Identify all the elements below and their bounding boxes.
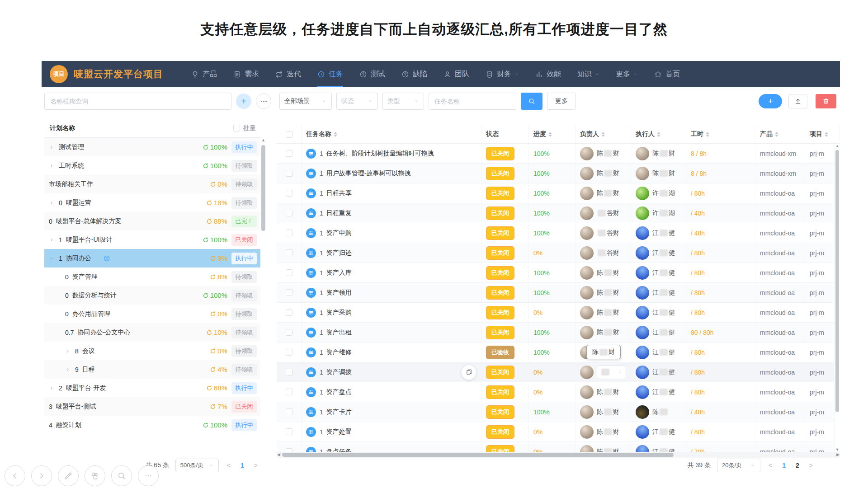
row-checkbox[interactable] [286, 170, 292, 177]
column-header[interactable]: 产品 [755, 125, 805, 143]
sort-icon[interactable] [601, 132, 605, 137]
row-checkbox[interactable] [286, 210, 292, 216]
task-row[interactable]: 1资产出租已关闭100%陈财江健80 / 80hmmcloud-oaprj-m [277, 323, 835, 343]
nav-item-12[interactable]: 首页 [654, 61, 680, 87]
plan-tree-item[interactable]: 0唛盟平台-总体解决方案88%已完工 [44, 212, 260, 230]
task-row[interactable]: 1资产盘点已关闭0%陈财江健/ 80hmmcloud-oaprj-m [277, 382, 835, 402]
batch-checkbox[interactable] [233, 125, 240, 131]
task-row[interactable]: 1资产维修已验收100%陈财陈财江健/ 80hmmcloud-oaprj-m [277, 343, 835, 362]
sort-icon[interactable] [775, 132, 778, 137]
search-button[interactable] [521, 93, 542, 110]
task-page-2[interactable]: 2 [794, 462, 801, 469]
row-checkbox[interactable] [286, 269, 292, 276]
plan-page-1[interactable]: 1 [239, 462, 246, 469]
row-checkbox[interactable] [286, 369, 292, 375]
plan-tree-item[interactable]: 0唛盟运营18%待领取 [44, 193, 260, 212]
task-name-input[interactable] [429, 93, 516, 110]
caret-left-button[interactable] [5, 465, 25, 486]
plan-tree-item[interactable]: 2唛盟平台-开发68%执行中 [44, 379, 260, 397]
task-row[interactable]: 1资产处置已关闭0%陈财江健/ 80hmmcloud-oaprj-m [277, 422, 835, 442]
sort-icon[interactable] [706, 132, 709, 137]
owner-select[interactable] [597, 366, 626, 379]
plan-more-button[interactable] [256, 94, 271, 109]
scrollbar-thumb[interactable] [835, 150, 839, 412]
scroll-right-icon[interactable]: ▶ [836, 452, 840, 457]
plan-tree-item[interactable]: 测试管理100%执行中 [44, 138, 260, 156]
scroll-up-icon[interactable]: ▲ [835, 144, 840, 148]
type-select[interactable]: 类型 [382, 93, 424, 110]
plan-next-page[interactable]: > [252, 462, 259, 469]
task-row[interactable]: 1资产归还已关闭0%谷财江健/ 80hmmcloud-oaprj-m [277, 243, 835, 263]
plan-page-size-select[interactable]: 500条/页 [175, 459, 219, 472]
nav-item-5[interactable]: 测试 [359, 61, 385, 87]
nav-item-8[interactable]: 财务 [486, 61, 519, 87]
nav-item-6[interactable]: 缺陷 [401, 61, 427, 87]
chevron-right-icon[interactable] [49, 237, 54, 243]
dots-button[interactable] [138, 465, 159, 486]
chevron-down-icon[interactable] [49, 256, 54, 261]
nav-item-1[interactable]: 产品 [191, 61, 217, 87]
task-page-size-select[interactable]: 20条/页 [717, 459, 760, 472]
chevron-right-icon[interactable] [49, 145, 54, 150]
task-prev-page[interactable]: < [767, 462, 774, 469]
sort-icon[interactable] [548, 132, 552, 137]
column-header[interactable]: 项目 [805, 125, 840, 143]
row-checkbox[interactable] [286, 408, 292, 415]
column-header[interactable]: 负责人 [576, 125, 631, 143]
row-checkbox[interactable] [286, 150, 292, 157]
owner-edit-popup[interactable]: 陈财 [586, 345, 621, 359]
task-row[interactable]: 1资产入库已关闭100%陈财江健/ 80hmmcloud-oaprj-m [277, 263, 835, 283]
nav-item-9[interactable]: 效能 [535, 61, 561, 87]
plan-tree-item[interactable]: 4融资计划100%执行中 [44, 416, 260, 434]
plan-tree-item[interactable]: 0数据分析与统计100%待领取 [44, 286, 260, 305]
row-checkbox[interactable] [286, 249, 292, 256]
scroll-down-icon[interactable]: ▼ [835, 447, 840, 452]
row-checkbox[interactable] [286, 309, 292, 316]
chevron-right-icon[interactable] [65, 348, 71, 354]
scrollbar-thumb[interactable] [282, 453, 674, 457]
column-header[interactable]: 任务名称 [302, 125, 481, 143]
copy-task-button[interactable] [461, 365, 476, 380]
task-next-page[interactable]: > [807, 462, 815, 469]
sort-icon[interactable] [825, 132, 828, 137]
circle-x-icon[interactable] [103, 255, 110, 262]
plan-tree-item[interactable]: 市场部相关工作0%待领取 [44, 175, 260, 193]
task-page-1[interactable]: 1 [780, 462, 788, 469]
more-filter-button[interactable]: 更多 [547, 93, 576, 110]
row-checkbox[interactable] [286, 289, 292, 296]
plan-tree-item[interactable]: 0办公用品管理0%待领取 [44, 305, 260, 323]
column-header[interactable]: 执行人 [631, 125, 686, 143]
nav-item-2[interactable]: 需求 [233, 61, 259, 87]
plan-tree-item[interactable]: 工时系统100%待领取 [44, 156, 260, 175]
task-row[interactable]: 1用户故事管理-故事树可以拖拽已关闭100%陈财陈财8 / 8hmmcloud-… [277, 164, 835, 183]
add-plan-button[interactable]: + [236, 94, 251, 109]
plan-tree-item[interactable]: 0.7协同办公-公文中心10%待领取 [44, 323, 260, 342]
plan-tree-item[interactable]: 1协同办公9%执行中 [44, 249, 260, 267]
plan-tree-item[interactable]: 8会议0%待领取 [44, 342, 260, 360]
row-checkbox[interactable] [286, 230, 292, 236]
task-row[interactable]: 1任务树、阶段计划树批量编辑时可拖拽已关闭100%陈财陈财8 / 8hmmclo… [277, 144, 835, 164]
task-row[interactable]: 1资产领用已关闭100%陈财江健/ 80hmmcloud-oaprj-m [277, 283, 835, 303]
upload-button[interactable] [788, 94, 807, 108]
column-header[interactable]: 状态 [481, 125, 529, 143]
nav-item-7[interactable]: 团队 [443, 61, 469, 87]
plan-tree-item[interactable]: 0资产管理8%待领取 [44, 267, 260, 286]
plan-tree-item[interactable]: 1唛盟平台-UI设计100%已关闭 [44, 230, 260, 249]
caret-right-button[interactable] [31, 465, 52, 486]
nav-item-11[interactable]: 更多 [616, 61, 638, 87]
plan-prev-page[interactable]: < [225, 462, 232, 469]
pen-button[interactable] [58, 465, 79, 486]
plan-scrollbar[interactable]: ▲ [260, 138, 266, 434]
row-checkbox[interactable] [286, 389, 292, 395]
row-checkbox[interactable] [286, 190, 292, 197]
task-row[interactable]: 1资产采购已关闭0%陈财江健/ 80hmmcloud-oaprj-m [277, 303, 835, 323]
select-all-checkbox[interactable] [286, 131, 292, 138]
scene-select[interactable]: 全部场景 [279, 93, 332, 110]
nav-item-3[interactable]: 迭代 [275, 61, 301, 87]
sort-icon[interactable] [657, 132, 660, 137]
task-row[interactable]: 1日程重复已关闭100%谷财许湖/ 40hmmcloud-oaprj-m [277, 203, 835, 223]
delete-button[interactable] [816, 94, 836, 108]
table-hscrollbar[interactable]: ◀ ▶ [277, 452, 840, 458]
table-vscrollbar[interactable]: ▲ ▼ [835, 144, 840, 452]
plan-search-input[interactable] [44, 93, 231, 110]
